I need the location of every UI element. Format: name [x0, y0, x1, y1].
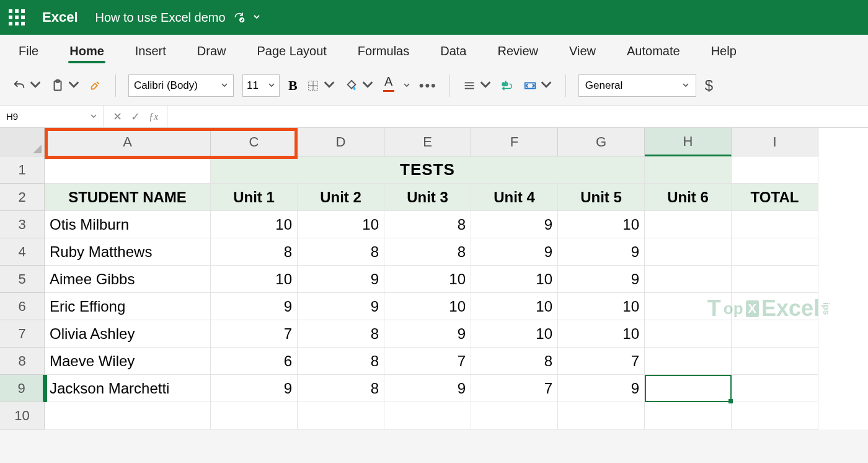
cell[interactable] — [732, 320, 818, 348]
cell[interactable] — [732, 211, 818, 238]
cell[interactable] — [732, 293, 818, 320]
cell-name[interactable]: Eric Effiong — [45, 293, 211, 320]
col-header-A[interactable]: A — [45, 128, 211, 156]
tab-home[interactable]: Home — [68, 38, 105, 66]
app-launcher-icon[interactable] — [9, 9, 25, 25]
cell[interactable]: 8 — [211, 238, 298, 266]
spreadsheet-grid[interactable]: A C D E F G H I 1 TESTS 2 STUDENT NAME U… — [0, 128, 868, 429]
number-format-select[interactable]: General — [578, 74, 696, 97]
cell[interactable]: 10 — [384, 293, 471, 320]
cell[interactable]: 9 — [558, 238, 645, 266]
cell[interactable]: 8 — [384, 211, 471, 238]
cell[interactable]: 7 — [211, 320, 298, 348]
tab-view[interactable]: View — [568, 38, 597, 66]
align-button[interactable] — [463, 74, 492, 97]
tab-file[interactable]: File — [17, 38, 40, 66]
cell[interactable]: 9 — [211, 375, 298, 402]
tab-insert[interactable]: Insert — [134, 38, 167, 66]
cell[interactable]: 10 — [558, 211, 645, 238]
format-painter-button[interactable] — [89, 74, 103, 97]
cell[interactable]: 8 — [384, 238, 471, 266]
cell[interactable] — [211, 402, 298, 429]
row-header-2[interactable]: 2 — [0, 184, 45, 211]
fill-color-button[interactable] — [345, 74, 374, 97]
cell[interactable] — [645, 320, 732, 348]
row-header-6[interactable]: 6 — [0, 293, 45, 320]
cell-name[interactable]: Maeve Wiley — [45, 348, 211, 375]
cell[interactable]: 9 — [384, 375, 471, 402]
row-header-9[interactable]: 9 — [0, 375, 45, 402]
col-header-D[interactable]: D — [298, 128, 384, 156]
header-student-name[interactable]: STUDENT NAME — [45, 184, 211, 211]
cell[interactable]: 10 — [471, 320, 558, 348]
cell[interactable] — [298, 402, 384, 429]
row-header-4[interactable]: 4 — [0, 238, 45, 266]
font-color-button[interactable]: A — [383, 74, 394, 97]
cell-name[interactable]: Jackson Marchetti — [45, 375, 211, 402]
currency-button[interactable]: $ — [705, 74, 713, 97]
font-family-select[interactable]: Calibri (Body) — [128, 74, 234, 97]
tab-page-layout[interactable]: Page Layout — [256, 38, 328, 66]
cell[interactable] — [645, 348, 732, 375]
cell[interactable] — [645, 238, 732, 266]
header-unit2[interactable]: Unit 2 — [298, 184, 384, 211]
cell[interactable]: 8 — [298, 348, 384, 375]
cell[interactable] — [732, 375, 818, 402]
cell[interactable]: 9 — [558, 266, 645, 293]
merge-button[interactable] — [523, 74, 553, 97]
tab-help[interactable]: Help — [710, 38, 738, 66]
cell[interactable] — [732, 348, 818, 375]
cell[interactable] — [732, 238, 818, 266]
cell[interactable] — [645, 211, 732, 238]
cell-name[interactable]: Ruby Matthews — [45, 238, 211, 266]
cell[interactable]: 8 — [471, 348, 558, 375]
cell[interactable]: 10 — [471, 293, 558, 320]
cell[interactable]: 10 — [211, 266, 298, 293]
header-unit1[interactable]: Unit 1 — [211, 184, 298, 211]
cell[interactable]: 9 — [384, 320, 471, 348]
cell[interactable]: 10 — [211, 211, 298, 238]
header-unit4[interactable]: Unit 4 — [471, 184, 558, 211]
borders-button[interactable] — [306, 74, 336, 97]
cell[interactable] — [645, 266, 732, 293]
cancel-formula-icon[interactable]: ✕ — [113, 110, 122, 124]
cell[interactable] — [645, 402, 732, 429]
tab-draw[interactable]: Draw — [196, 38, 228, 66]
cell[interactable] — [384, 402, 471, 429]
cell[interactable]: 7 — [384, 348, 471, 375]
row-header-8[interactable]: 8 — [0, 348, 45, 375]
row-header-7[interactable]: 7 — [0, 320, 45, 348]
cell-name[interactable]: Aimee Gibbs — [45, 266, 211, 293]
header-unit6[interactable]: Unit 6 — [645, 184, 732, 211]
col-header-C[interactable]: C — [211, 128, 298, 156]
chevron-down-icon[interactable] — [403, 80, 410, 91]
document-title-area[interactable]: How to use Excel demo — [95, 11, 260, 25]
row-header-5[interactable]: 5 — [0, 266, 45, 293]
cell[interactable] — [471, 402, 558, 429]
undo-button[interactable] — [12, 74, 42, 97]
cell[interactable]: 9 — [298, 293, 384, 320]
cell[interactable]: 8 — [298, 375, 384, 402]
col-header-E[interactable]: E — [384, 128, 471, 156]
cell[interactable]: 10 — [471, 266, 558, 293]
cell[interactable] — [645, 375, 732, 402]
tab-data[interactable]: Data — [439, 38, 467, 66]
cell[interactable] — [45, 402, 211, 429]
cell[interactable]: 9 — [471, 238, 558, 266]
cell[interactable]: 9 — [558, 375, 645, 402]
row-header-10[interactable]: 10 — [0, 402, 45, 429]
cell[interactable] — [732, 402, 818, 429]
wrap-text-button[interactable]: ab — [501, 74, 515, 97]
row-header-3[interactable]: 3 — [0, 211, 45, 238]
fx-icon[interactable]: ƒx — [149, 111, 158, 122]
bold-button[interactable]: B — [288, 74, 298, 97]
paste-button[interactable] — [51, 74, 81, 97]
row-header-1[interactable]: 1 — [0, 156, 45, 184]
cell[interactable]: 7 — [558, 348, 645, 375]
tab-review[interactable]: Review — [496, 38, 539, 66]
col-header-F[interactable]: F — [471, 128, 558, 156]
cell[interactable]: 6 — [211, 348, 298, 375]
name-box[interactable]: H9 — [0, 106, 104, 127]
cell[interactable] — [732, 266, 818, 293]
cell[interactable]: 10 — [298, 211, 384, 238]
